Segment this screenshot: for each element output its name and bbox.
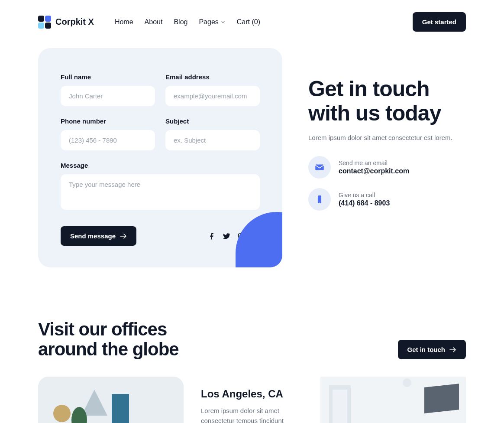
mail-icon (308, 156, 331, 179)
contact-section: Full name Email address Phone number Sub… (38, 48, 466, 267)
input-subject[interactable] (165, 130, 260, 150)
nav-about[interactable]: About (145, 18, 163, 26)
input-full-name[interactable] (61, 86, 155, 106)
brand-name: Corpkit X (55, 17, 94, 27)
nav-cart[interactable]: Cart (0) (237, 18, 260, 26)
chevron-down-icon (220, 20, 226, 25)
svg-rect-2 (38, 23, 44, 29)
arrow-right-icon (449, 347, 456, 353)
contact-email-label: Send me an email (339, 159, 409, 166)
contact-form-card: Full name Email address Phone number Sub… (38, 48, 282, 267)
phone-icon (308, 188, 331, 211)
label-subject: Subject (165, 117, 260, 125)
office-image (320, 377, 466, 423)
svg-point-8 (53, 405, 71, 422)
svg-rect-16 (424, 384, 459, 413)
svg-rect-4 (315, 165, 324, 170)
svg-rect-1 (45, 16, 51, 22)
nav-pages[interactable]: Pages (199, 18, 225, 26)
office-city: Los Angeles, CA (201, 388, 303, 400)
nav-home[interactable]: Home (115, 18, 133, 26)
header: Corpkit X Home About Blog Pages Cart (0)… (38, 0, 466, 44)
svg-rect-15 (333, 390, 347, 423)
get-in-touch-button[interactable]: Get in touch (398, 340, 466, 359)
contact-subtitle: Lorem ipsum dolor sit amet consectetur e… (308, 134, 466, 141)
label-email: Email address (165, 73, 260, 81)
label-message: Message (61, 162, 260, 169)
nav-blog[interactable]: Blog (174, 18, 187, 26)
field-subject: Subject (165, 117, 260, 150)
field-phone: Phone number (61, 117, 155, 150)
input-email[interactable] (165, 86, 260, 106)
office-description: Lorem ipsum dolor sit amet consectetur t… (201, 406, 303, 423)
decorative-shape (236, 212, 282, 267)
office-image (38, 377, 184, 423)
field-full-name: Full name (61, 73, 155, 106)
field-email: Email address (165, 73, 260, 106)
label-phone: Phone number (61, 117, 155, 125)
textarea-message[interactable] (61, 174, 260, 210)
send-message-button[interactable]: Send message (61, 226, 136, 246)
svg-point-6 (319, 202, 320, 203)
page-title: Get in touch with us today (308, 77, 466, 125)
label-full-name: Full name (61, 73, 155, 81)
svg-point-17 (403, 378, 411, 387)
contact-email-row[interactable]: Send me an email contact@corpkit.com (308, 156, 466, 179)
get-started-button[interactable]: Get started (413, 12, 466, 32)
svg-rect-3 (45, 23, 51, 29)
contact-info: Get in touch with us today Lorem ipsum d… (308, 48, 466, 211)
svg-rect-9 (112, 394, 129, 423)
logo-icon (38, 16, 51, 29)
field-message: Message (61, 162, 260, 212)
svg-rect-0 (38, 16, 44, 22)
facebook-icon[interactable] (208, 232, 216, 240)
offices-section: Visit our offices around the globe Get i… (38, 319, 466, 423)
office-card: Los Angeles, CA Lorem ipsum dolor sit am… (201, 377, 303, 423)
arrow-right-icon (120, 233, 127, 239)
offices-title: Visit our offices around the globe (38, 319, 179, 359)
twitter-icon[interactable] (223, 232, 230, 240)
contact-phone-label: Give us a call (339, 192, 390, 198)
contact-phone-row[interactable]: Give us a call (414) 684 - 8903 (308, 188, 466, 211)
main-nav: Home About Blog Pages Cart (0) (115, 18, 260, 26)
contact-phone-value: (414) 684 - 8903 (339, 199, 390, 207)
contact-email-value: contact@corpkit.com (339, 167, 409, 175)
logo[interactable]: Corpkit X (38, 16, 94, 29)
input-phone[interactable] (61, 130, 155, 150)
